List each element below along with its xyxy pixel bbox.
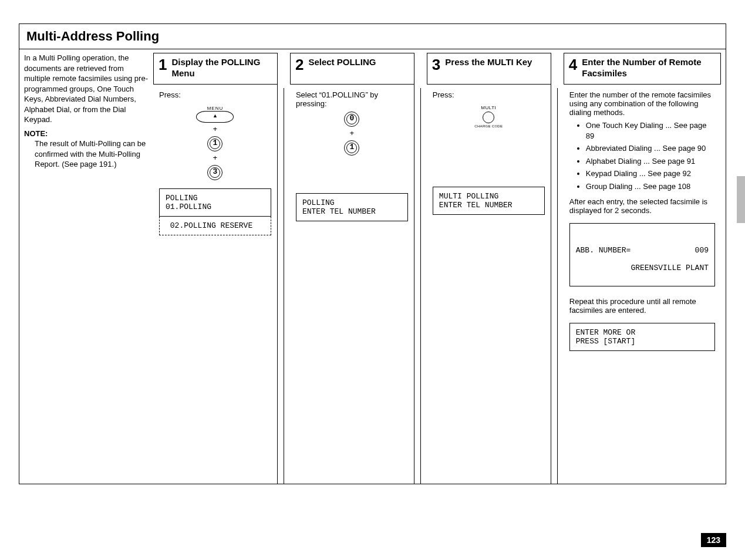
- lcd-display-secondary: 02.POLLING RESERVE: [159, 217, 271, 235]
- step-4-header: 4 Enter the Number of Remote Facsimiles: [564, 53, 721, 85]
- section-heading: Multi-Address Polling: [19, 24, 726, 49]
- lcd-display: POLLING 01.POLLING: [159, 188, 271, 217]
- step-title: Select POLLING: [308, 57, 376, 68]
- digit-key-3: 3: [207, 165, 223, 180]
- step-number: 1: [159, 57, 167, 72]
- step-number: 2: [295, 57, 304, 72]
- keypad-sequence: MENU + 1 + 3: [159, 103, 271, 180]
- step-divider: [284, 88, 284, 484]
- plus-icon: +: [159, 125, 271, 134]
- list-item: Group Dialing ... See page 108: [586, 181, 715, 192]
- after-entry-text: After each entry, the selected facsimile…: [569, 197, 715, 215]
- digit-key-1: 1: [344, 140, 359, 156]
- step-title: Press the MULTI Key: [445, 57, 532, 68]
- intro-text: In a Multi Polling operation, the docume…: [24, 53, 149, 125]
- content-row: In a Multi Polling operation, the docume…: [19, 49, 726, 484]
- note-heading: NOTE:: [24, 129, 149, 139]
- step-2-instruction: Select “01.POLLING” by pressing:: [296, 90, 408, 108]
- lcd-display: ABB. NUMBER= 009 GREENSVILLE PLANT: [569, 223, 715, 286]
- press-label: Press:: [159, 90, 271, 99]
- step-1-body: Press: MENU + 1 + 3 POLLING 01.POLLING 0…: [153, 85, 278, 484]
- multi-key-icon: MULTI CHARGE CODE: [433, 105, 545, 128]
- step-divider: [420, 88, 421, 484]
- steps-container: 1 Display the POLLING Menu Press: MENU +…: [153, 53, 721, 484]
- plus-icon: +: [296, 129, 408, 138]
- intro-column: In a Multi Polling operation, the docume…: [24, 53, 153, 484]
- list-item: One Touch Key Dialing ... See page 89: [586, 120, 715, 141]
- step-1: 1 Display the POLLING Menu Press: MENU +…: [153, 53, 278, 484]
- multi-key-label-top: MULTI: [433, 105, 545, 110]
- lcd-line2: GREENSVILLE PLANT: [631, 264, 709, 272]
- menu-key-label: MENU: [196, 106, 234, 111]
- step-1-header: 1 Display the POLLING Menu: [153, 53, 278, 85]
- step-2-body: Select “01.POLLING” by pressing: 0 + 1 P…: [290, 85, 414, 484]
- repeat-text: Repeat this procedure until all remote f…: [569, 297, 715, 315]
- note-body: The result of Multi-Polling can be confi…: [24, 139, 149, 170]
- lcd-display: ENTER MORE OR PRESS [START]: [569, 323, 715, 351]
- step-title: Display the POLLING Menu: [171, 57, 272, 79]
- lcd-display: POLLING ENTER TEL NUMBER: [296, 193, 408, 221]
- step-number: 3: [432, 57, 440, 72]
- list-item: Keypad Dialing ... See page 92: [586, 168, 715, 179]
- step-2-header: 2 Select POLLING: [290, 53, 414, 85]
- dialing-methods-list: One Touch Key Dialing ... See page 89 Ab…: [569, 120, 715, 191]
- digit-key-1: 1: [207, 136, 223, 151]
- step-3-body: Press: MULTI CHARGE CODE MULTI POLLING E…: [427, 85, 551, 484]
- page-number-badge: 123: [701, 533, 726, 547]
- thumb-tab: [737, 176, 745, 223]
- menu-key-icon: MENU: [196, 106, 234, 123]
- plus-icon: +: [159, 154, 271, 163]
- step-title: Enter the Number of Remote Facsimiles: [582, 57, 716, 79]
- multi-key-circle: [483, 112, 494, 123]
- digit-key-0: 0: [344, 112, 359, 127]
- press-label: Press:: [433, 90, 545, 99]
- step-3: 3 Press the MULTI Key Press: MULTI CHARG…: [427, 53, 551, 484]
- step-4-intro: Enter the number of the remote facsimile…: [569, 90, 715, 117]
- step-number: 4: [569, 57, 577, 72]
- page-frame: Multi-Address Polling In a Multi Polling…: [19, 23, 726, 484]
- lcd-line1-left: ABB. NUMBER=: [576, 246, 631, 255]
- step-divider: [557, 88, 558, 484]
- lcd-line1-right: 009: [695, 246, 709, 255]
- menu-key-shape: [196, 111, 234, 123]
- lcd-display: MULTI POLLING ENTER TEL NUMBER: [433, 187, 545, 215]
- step-3-header: 3 Press the MULTI Key: [427, 53, 551, 85]
- step-4: 4 Enter the Number of Remote Facsimiles …: [564, 53, 721, 484]
- keypad-sequence: 0 + 1: [296, 112, 408, 156]
- step-4-body: Enter the number of the remote facsimile…: [564, 85, 721, 484]
- list-item: Abbreviated Dialing ... See page 90: [586, 143, 715, 154]
- step-2: 2 Select POLLING Select “01.POLLING” by …: [290, 53, 414, 484]
- list-item: Alphabet Dialing ... See page 91: [586, 156, 715, 167]
